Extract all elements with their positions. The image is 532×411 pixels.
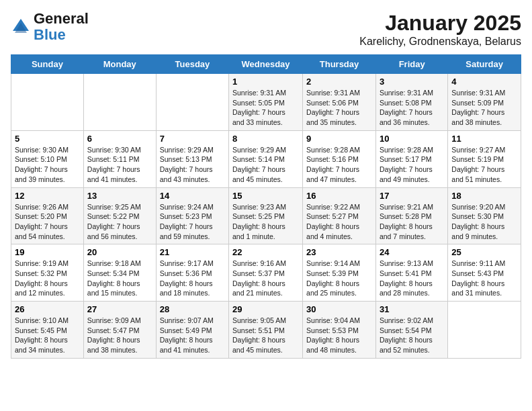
day-number: 4 [451, 77, 517, 87]
cell-info: Daylight: 7 hours [306, 107, 372, 118]
calendar-cell: 25Sunrise: 9:11 AMSunset: 5:43 PMDayligh… [448, 244, 521, 302]
cell-info: Sunset: 5:25 PM [232, 212, 299, 222]
cell-info: Sunset: 5:22 PM [87, 212, 152, 222]
cell-info: Sunset: 5:36 PM [160, 269, 225, 279]
cell-info: Sunset: 5:41 PM [380, 269, 444, 279]
day-number: 20 [87, 247, 152, 257]
cell-info: Sunset: 5:53 PM [306, 326, 372, 336]
calendar-cell: 30Sunrise: 9:04 AMSunset: 5:53 PMDayligh… [303, 302, 376, 359]
day-number: 11 [451, 134, 517, 144]
cell-info: Sunset: 5:37 PM [232, 269, 299, 279]
cell-info: Sunrise: 9:18 AM [87, 259, 152, 269]
cell-info: Daylight: 7 hours [15, 165, 80, 175]
cell-info: Sunrise: 9:21 AM [380, 202, 444, 212]
day-number: 7 [160, 134, 225, 144]
weekday-header-tuesday: Tuesday [156, 55, 228, 74]
cell-info: Sunrise: 9:31 AM [380, 88, 444, 98]
cell-info: Sunset: 5:49 PM [160, 326, 225, 336]
weekday-header-saturday: Saturday [448, 55, 521, 74]
cell-info: Daylight: 8 hours [15, 335, 80, 345]
day-number: 31 [380, 304, 444, 314]
calendar-cell: 24Sunrise: 9:13 AMSunset: 5:41 PMDayligh… [375, 244, 447, 302]
day-number: 1 [232, 77, 299, 87]
cell-info: Daylight: 8 hours [451, 222, 517, 232]
calendar-cell: 11Sunrise: 9:27 AMSunset: 5:19 PMDayligh… [448, 130, 521, 187]
day-number: 27 [87, 304, 152, 314]
cell-info: Daylight: 7 hours [15, 222, 80, 232]
cell-info: and 36 minutes. [380, 118, 444, 128]
cell-info: and 52 minutes. [380, 345, 444, 355]
calendar-cell: 18Sunrise: 9:20 AMSunset: 5:30 PMDayligh… [448, 187, 521, 244]
cell-info: Sunrise: 9:26 AM [15, 202, 80, 212]
cell-info: Daylight: 7 hours [380, 165, 444, 175]
day-number: 22 [232, 247, 299, 257]
calendar-cell [156, 74, 228, 131]
calendar-table: SundayMondayTuesdayWednesdayThursdayFrid… [11, 54, 521, 359]
cell-info: and 21 minutes. [232, 288, 299, 298]
cell-info: and 25 minutes. [306, 288, 372, 298]
day-number: 10 [380, 134, 444, 144]
calendar-cell: 29Sunrise: 9:05 AMSunset: 5:51 PMDayligh… [229, 302, 303, 359]
logo-icon [11, 17, 31, 37]
day-number: 25 [451, 247, 517, 257]
calendar-cell: 3Sunrise: 9:31 AMSunset: 5:08 PMDaylight… [375, 74, 447, 131]
calendar-cell: 31Sunrise: 9:02 AMSunset: 5:54 PMDayligh… [375, 302, 447, 359]
calendar-cell [83, 74, 156, 131]
cell-info: Sunset: 5:45 PM [15, 326, 80, 336]
cell-info: and 41 minutes. [87, 175, 152, 185]
cell-info: and 9 minutes. [451, 232, 517, 242]
cell-info: Daylight: 7 hours [451, 107, 517, 118]
calendar-cell: 23Sunrise: 9:14 AMSunset: 5:39 PMDayligh… [303, 244, 376, 302]
calendar-cell [448, 302, 521, 359]
weekday-header-thursday: Thursday [303, 55, 376, 74]
cell-info: Daylight: 8 hours [15, 279, 80, 289]
page-title: January 2025 [359, 11, 521, 36]
cell-info: and 33 minutes. [232, 118, 299, 128]
day-number: 13 [87, 191, 152, 201]
cell-info: and 31 minutes. [451, 288, 517, 298]
calendar-cell: 26Sunrise: 9:10 AMSunset: 5:45 PMDayligh… [11, 302, 84, 359]
cell-info: Daylight: 8 hours [232, 279, 299, 289]
calendar-cell [11, 74, 84, 131]
calendar-cell: 16Sunrise: 9:22 AMSunset: 5:27 PMDayligh… [303, 187, 376, 244]
day-number: 24 [380, 247, 444, 257]
cell-info: Daylight: 8 hours [451, 279, 517, 289]
cell-info: and 34 minutes. [15, 345, 80, 355]
cell-info: Daylight: 7 hours [87, 165, 152, 175]
day-number: 16 [306, 191, 372, 201]
cell-info: Daylight: 7 hours [160, 165, 225, 175]
calendar-cell: 27Sunrise: 9:09 AMSunset: 5:47 PMDayligh… [83, 302, 156, 359]
cell-info: and 45 minutes. [232, 345, 299, 355]
day-number: 23 [306, 247, 372, 257]
cell-info: Sunrise: 9:16 AM [232, 259, 299, 269]
cell-info: Sunset: 5:09 PM [451, 98, 517, 108]
day-number: 18 [451, 191, 517, 201]
cell-info: Sunset: 5:13 PM [160, 154, 225, 165]
cell-info: and 54 minutes. [15, 232, 80, 242]
calendar-cell: 15Sunrise: 9:23 AMSunset: 5:25 PMDayligh… [229, 187, 303, 244]
calendar-cell: 1Sunrise: 9:31 AMSunset: 5:05 PMDaylight… [229, 74, 303, 131]
cell-info: Daylight: 7 hours [87, 222, 152, 232]
cell-info: and 45 minutes. [232, 175, 299, 185]
cell-info: Sunset: 5:30 PM [451, 212, 517, 222]
calendar-cell: 5Sunrise: 9:30 AMSunset: 5:10 PMDaylight… [11, 130, 84, 187]
cell-info: and 12 minutes. [15, 288, 80, 298]
cell-info: Sunrise: 9:17 AM [160, 259, 225, 269]
cell-info: and 4 minutes. [306, 232, 372, 242]
cell-info: and 48 minutes. [306, 345, 372, 355]
cell-info: Sunset: 5:08 PM [380, 98, 444, 108]
cell-info: and 41 minutes. [160, 345, 225, 355]
cell-info: Sunrise: 9:02 AM [380, 316, 444, 326]
day-number: 8 [232, 134, 299, 144]
cell-info: Sunset: 5:51 PM [232, 326, 299, 336]
day-number: 17 [380, 191, 444, 201]
cell-info: Daylight: 8 hours [232, 222, 299, 232]
calendar-cell: 28Sunrise: 9:07 AMSunset: 5:49 PMDayligh… [156, 302, 228, 359]
cell-info: Sunrise: 9:31 AM [451, 88, 517, 98]
cell-info: Sunrise: 9:14 AM [306, 259, 372, 269]
calendar-cell: 2Sunrise: 9:31 AMSunset: 5:06 PMDaylight… [303, 74, 376, 131]
cell-info: Daylight: 8 hours [232, 335, 299, 345]
cell-info: and 35 minutes. [306, 118, 372, 128]
weekday-header-sunday: Sunday [11, 55, 84, 74]
weekday-header-friday: Friday [375, 55, 447, 74]
